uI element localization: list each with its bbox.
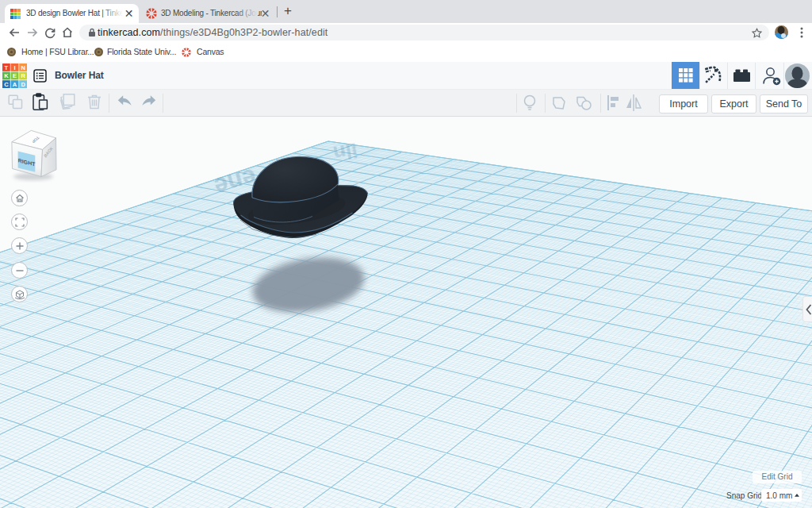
svg-text:R: R [21,72,25,79]
svg-text:K: K [4,72,9,79]
svg-text:E: E [13,72,17,79]
svg-text:D: D [21,81,25,88]
svg-text:N: N [21,64,25,71]
svg-text:iln: iln [331,138,359,166]
svg-text:C: C [4,81,9,88]
svg-text:I: I [13,64,15,71]
svg-text:T: T [5,64,9,71]
svg-text:A: A [13,81,17,88]
